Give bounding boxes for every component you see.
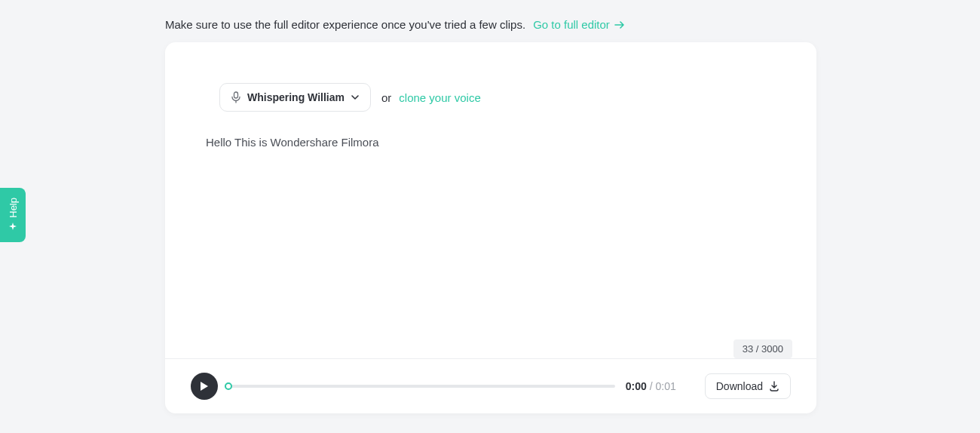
download-label: Download [716,380,763,392]
or-label: or [381,91,391,104]
progress-slider[interactable] [228,385,615,388]
slider-thumb[interactable] [225,382,232,390]
svg-rect-0 [234,92,238,98]
time-current: 0:00 [626,380,647,392]
play-button[interactable] [191,373,218,400]
character-counter: 33 / 3000 [733,339,792,358]
clone-voice-link[interactable]: clone your voice [399,91,480,104]
banner-message: Make sure to use the full editor experie… [165,18,525,31]
play-icon [200,381,209,392]
help-label: Help [8,198,19,218]
time-duration: / 0:01 [647,380,676,392]
entered-text: Hello This is Wondershare Filmora [206,136,776,149]
download-button[interactable]: Download [705,373,791,399]
voice-row: Whispering William or clone your voice [165,42,816,112]
microphone-icon [231,91,241,103]
text-input-area[interactable]: Hello This is Wondershare Filmora 33 / 3… [165,112,816,358]
arrow-right-icon [614,20,625,29]
download-icon [769,381,779,392]
top-banner: Make sure to use the full editor experie… [165,18,625,31]
voice-selector[interactable]: Whispering William [219,83,371,112]
time-display: 0:00 / 0:01 [626,380,676,392]
voice-selected-name: Whispering William [247,91,345,103]
full-editor-link[interactable]: Go to full editor [533,18,625,31]
chevron-down-icon [351,94,360,100]
sparkle-icon [8,222,18,232]
help-tab[interactable]: Help [0,188,26,242]
editor-card: Whispering William or clone your voice H… [165,42,816,413]
player-row: 0:00 / 0:01 Download [165,359,816,413]
full-editor-link-label: Go to full editor [533,18,610,31]
